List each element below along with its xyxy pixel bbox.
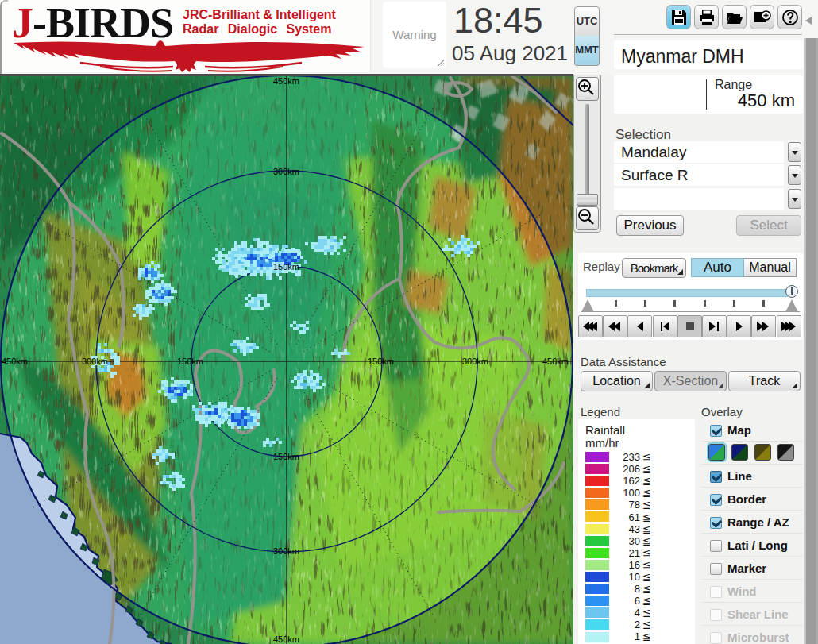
svg-text:150km: 150km: [273, 452, 299, 461]
svg-text:450km: 450km: [542, 357, 569, 366]
svg-text:150km: 150km: [368, 357, 394, 366]
svg-text:300km: 300km: [462, 357, 488, 366]
svg-text:300km: 300km: [273, 167, 299, 176]
svg-text:450km: 450km: [2, 357, 28, 366]
svg-text:150km: 150km: [177, 357, 203, 366]
svg-text:450km: 450km: [273, 76, 299, 86]
svg-text:450km: 450km: [273, 634, 299, 644]
svg-text:300km: 300km: [273, 546, 299, 556]
svg-text:150km: 150km: [273, 262, 299, 272]
svg-text:300km: 300km: [82, 357, 108, 366]
